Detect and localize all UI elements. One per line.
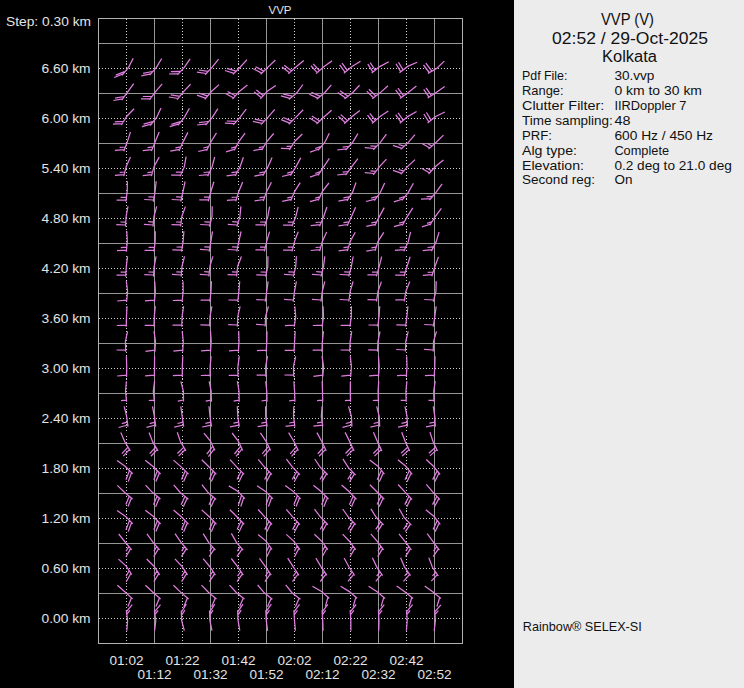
svg-text:PRF:: PRF: bbox=[522, 128, 552, 143]
svg-text:3.00 km: 3.00 km bbox=[42, 361, 91, 376]
svg-text:Clutter Filter:: Clutter Filter: bbox=[522, 98, 604, 113]
svg-text:0.60 km: 0.60 km bbox=[42, 561, 91, 576]
svg-text:30.vvp: 30.vvp bbox=[614, 68, 654, 83]
svg-text:2.40 km: 2.40 km bbox=[42, 411, 91, 426]
svg-text:3.60 km: 3.60 km bbox=[42, 311, 91, 326]
svg-text:01:32: 01:32 bbox=[194, 667, 228, 682]
svg-text:02:12: 02:12 bbox=[306, 667, 340, 682]
svg-text:600 Hz / 450 Hz: 600 Hz / 450 Hz bbox=[614, 128, 713, 143]
svg-text:02:32: 02:32 bbox=[362, 667, 396, 682]
svg-text:Alg type:: Alg type: bbox=[522, 143, 577, 158]
svg-text:Kolkata: Kolkata bbox=[602, 48, 657, 65]
svg-text:48: 48 bbox=[614, 113, 630, 128]
svg-text:0.2 deg to 21.0 deg: 0.2 deg to 21.0 deg bbox=[614, 158, 731, 173]
svg-text:5.40 km: 5.40 km bbox=[42, 161, 91, 176]
svg-text:Rainbow® SELEX-SI: Rainbow® SELEX-SI bbox=[523, 619, 642, 634]
svg-text:4.80 km: 4.80 km bbox=[42, 211, 91, 226]
svg-text:1.80 km: 1.80 km bbox=[42, 461, 91, 476]
svg-text:On: On bbox=[614, 172, 632, 187]
svg-text:Range:: Range: bbox=[522, 83, 564, 98]
svg-text:VVP: VVP bbox=[269, 4, 292, 16]
svg-text:Second reg:: Second reg: bbox=[522, 172, 595, 187]
svg-text:6.60 km: 6.60 km bbox=[42, 61, 91, 76]
svg-text:Elevation:: Elevation: bbox=[522, 158, 584, 173]
svg-text:Step: 0.30 km: Step: 0.30 km bbox=[6, 14, 91, 29]
svg-text:Pdf File:: Pdf File: bbox=[522, 68, 567, 83]
svg-text:0.00 km: 0.00 km bbox=[42, 611, 91, 626]
svg-text:4.20 km: 4.20 km bbox=[42, 261, 91, 276]
svg-text:02:52: 02:52 bbox=[418, 667, 452, 682]
svg-text:VVP (V): VVP (V) bbox=[601, 11, 654, 28]
svg-text:IIRDoppler 7: IIRDoppler 7 bbox=[614, 98, 686, 113]
svg-text:01:12: 01:12 bbox=[138, 667, 172, 682]
svg-text:02:52 / 29-Oct-2025: 02:52 / 29-Oct-2025 bbox=[552, 30, 708, 47]
svg-text:Complete: Complete bbox=[614, 143, 669, 158]
svg-text:Time sampling:: Time sampling: bbox=[522, 113, 613, 128]
svg-text:1.20 km: 1.20 km bbox=[42, 511, 91, 526]
svg-text:0 km to 30 km: 0 km to 30 km bbox=[614, 83, 702, 98]
svg-text:6.00 km: 6.00 km bbox=[42, 111, 91, 126]
svg-text:01:52: 01:52 bbox=[250, 667, 284, 682]
